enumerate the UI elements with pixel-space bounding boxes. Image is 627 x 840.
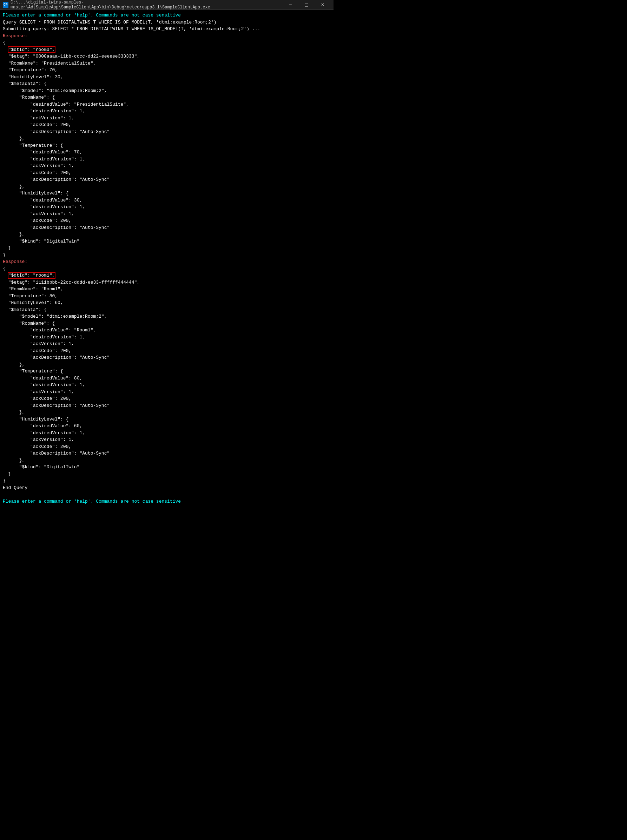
room0-temp-meta-close: },	[3, 183, 331, 190]
room0-roomname-meta-close: },	[3, 135, 331, 142]
room1-dtid-highlighted: "$dtId": "room1",	[8, 273, 55, 278]
room0-metadata-open: "$metadata": {	[3, 80, 331, 87]
room1-kind: "$kind": "DigitalTwin"	[3, 464, 331, 471]
room0-ackdescription2: "ackDescription": "Auto-Sync"	[3, 176, 331, 183]
room1-ackdescription2: "ackDescription": "Auto-Sync"	[3, 402, 331, 409]
room0-temp-meta-open: "Temperature": {	[3, 142, 331, 149]
console-area: Please enter a command or 'help'. Comman…	[0, 10, 334, 507]
room0-roomname: "RoomName": "PresidentialSuite",	[3, 60, 331, 67]
room0-desiredvalue-temp: "desiredValue": 70,	[3, 149, 331, 156]
room0-humidity-meta-close: },	[3, 231, 331, 238]
open-brace-2: {	[3, 265, 331, 272]
room0-ackdescription3: "ackDescription": "Auto-Sync"	[3, 224, 331, 231]
response-label-2: Response:	[3, 258, 331, 265]
title-bar-left: C# C:\...\digital-twins-samples-master\A…	[3, 0, 282, 10]
room1-ackcode1: "ackCode": 200,	[3, 348, 331, 354]
room1-metadata-close: }	[3, 471, 331, 478]
minimize-button[interactable]: −	[282, 0, 298, 10]
room0-desiredversion3: "desiredVersion": 1,	[3, 204, 331, 211]
app-icon: C#	[3, 2, 8, 8]
open-brace-1: {	[3, 39, 331, 46]
room1-roomname-meta-close: },	[3, 361, 331, 368]
room0-humiditylevel: "HumidityLevel": 30,	[3, 74, 331, 81]
room1-humidity-meta-open: "HumidityLevel": {	[3, 416, 331, 423]
room1-outer-close: }	[3, 477, 331, 484]
maximize-button[interactable]: □	[298, 0, 315, 10]
room1-desiredvalue-hum: "desiredValue": 60,	[3, 423, 331, 429]
room1-humidity-meta-close: },	[3, 457, 331, 464]
room1-desiredversion3: "desiredVersion": 1,	[3, 429, 331, 437]
title-bar-path: C:\...\digital-twins-samples-master\AdtS…	[11, 0, 282, 10]
room0-ackversion2: "ackVersion": 1,	[3, 162, 331, 170]
room1-desiredversion2: "desiredVersion": 1,	[3, 382, 331, 389]
room1-ackversion1: "ackVersion": 1,	[3, 340, 331, 348]
room1-roomname-meta-open: "RoomName": {	[3, 320, 331, 327]
submitting-line: Submitting query: SELECT * FROM DIGITALT…	[3, 26, 331, 33]
room1-ackversion2: "ackVersion": 1,	[3, 389, 331, 396]
room1-ackdescription3: "ackDescription": "Auto-Sync"	[3, 450, 331, 457]
room1-ackversion3: "ackVersion": 1,	[3, 436, 331, 444]
room0-dtid: "$dtId": "room0",	[3, 46, 331, 53]
room1-ackdescription1: "ackDescription": "Auto-Sync"	[3, 354, 331, 361]
room0-outer-close: }	[3, 252, 331, 259]
room1-humiditylevel: "HumidityLevel": 60,	[3, 299, 331, 307]
room0-desiredversion1: "desiredVersion": 1,	[3, 108, 331, 115]
response-label-1: Response:	[3, 33, 331, 40]
room0-temperature: "Temperature": 70,	[3, 67, 331, 74]
room1-temperature: "Temperature": 80,	[3, 293, 331, 300]
room1-dtid: "$dtId": "room1",	[3, 272, 331, 279]
room1-roomname: "RoomName": "Room1",	[3, 286, 331, 293]
room0-desiredvalue-room: "desiredValue": "PresidentialSuite",	[3, 101, 331, 108]
room0-roomname-meta-open: "RoomName": {	[3, 94, 331, 101]
room0-ackcode2: "ackCode": 200,	[3, 170, 331, 176]
room1-desiredversion1: "desiredVersion": 1,	[3, 334, 331, 341]
room1-ackcode3: "ackCode": 200,	[3, 444, 331, 450]
room1-temp-meta-open: "Temperature": {	[3, 368, 331, 375]
end-query: End Query	[3, 484, 331, 491]
room1-etag: "$etag": "1111bbbb-22cc-dddd-ee33-ffffff…	[3, 279, 331, 286]
room0-metadata-close: }	[3, 245, 331, 252]
room0-ackdescription1: "ackDescription": "Auto-Sync"	[3, 129, 331, 135]
room1-model: "$model": "dtmi:example:Room;2",	[3, 313, 331, 320]
room0-ackversion1: "ackVersion": 1,	[3, 115, 331, 122]
title-bar-controls: − □ ×	[282, 0, 331, 10]
room0-ackcode1: "ackCode": 200,	[3, 121, 331, 129]
room1-ackcode2: "ackCode": 200,	[3, 395, 331, 402]
room0-ackversion3: "ackVersion": 1,	[3, 211, 331, 218]
room0-model: "$model": "dtmi:example:Room;2",	[3, 87, 331, 94]
room0-ackcode3: "ackCode": 200,	[3, 217, 331, 224]
room0-humidity-meta-open: "HumidityLevel": {	[3, 190, 331, 197]
app-icon-label: C#	[3, 3, 8, 7]
room1-metadata-open: "$metadata": {	[3, 307, 331, 313]
room1-desiredvalue-temp: "desiredValue": 80,	[3, 375, 331, 382]
room0-desiredvalue-hum: "desiredValue": 30,	[3, 197, 331, 204]
query-line: Query SELECT * FROM DIGITALTWINS T WHERE…	[3, 19, 331, 26]
room0-dtid-highlighted: "$dtId": "room0",	[8, 47, 55, 52]
room0-etag: "$etag": "0000aaaa-11bb-cccc-dd22-eeeeee…	[3, 53, 331, 60]
room0-kind: "$kind": "DigitalTwin"	[3, 238, 331, 245]
bottom-prompt: Please enter a command or 'help'. Comman…	[3, 498, 331, 505]
close-button[interactable]: ×	[315, 0, 331, 10]
initial-prompt: Please enter a command or 'help'. Comman…	[3, 12, 331, 19]
title-bar: C# C:\...\digital-twins-samples-master\A…	[0, 0, 334, 10]
room0-desiredversion2: "desiredVersion": 1,	[3, 156, 331, 163]
room1-temp-meta-close: },	[3, 409, 331, 416]
room1-desiredvalue-room: "desiredValue": "Room1",	[3, 327, 331, 334]
